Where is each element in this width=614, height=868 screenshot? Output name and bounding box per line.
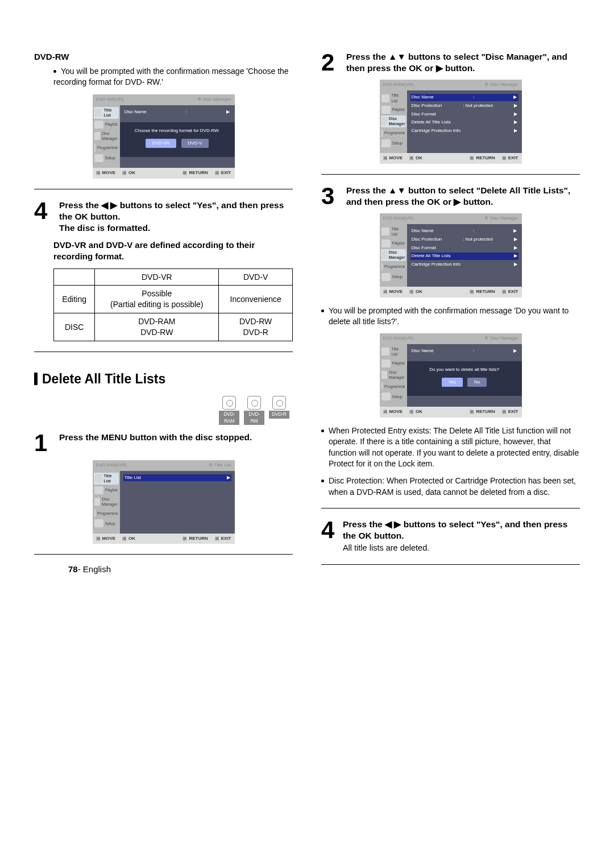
- dvd-rw-label: DVD-RW: [34, 51, 293, 63]
- screenshot-format-prompt: DVD-RW(VR) Disc Manager Title List Playl…: [93, 94, 235, 179]
- shot-head-left: DVD-RW(VR): [96, 97, 124, 103]
- screenshot-delete-all-selected: DVD-RAM(VR) Disc Manager Title List Play…: [380, 213, 522, 297]
- page-footer: 78- English: [68, 564, 111, 575]
- step-4-right: 4 Press the ◀ ▶ buttons to select "Yes",…: [321, 519, 580, 554]
- step-3: 3 Press the ▲▼ button to select "Delete …: [321, 185, 580, 208]
- confirm-bullet: You will be prompted with the confirmati…: [321, 305, 580, 328]
- separator: [321, 564, 580, 565]
- note-disc-protection: Disc Protection: When Protected or Cartr…: [321, 476, 580, 498]
- left-column: DVD-RW You will be prompted with the con…: [34, 51, 293, 575]
- yes-button[interactable]: Yes: [442, 378, 463, 387]
- dvd-rw-prompt: You will be prompted with the confirmati…: [53, 66, 293, 88]
- bullet-icon: [321, 309, 324, 312]
- separator: [34, 352, 293, 352]
- section-title-delete-all: Delete All Title Lists: [34, 370, 293, 388]
- screenshot-delete-confirm: DVD-RAM(VR) Disc Manager Title List Play…: [380, 333, 522, 418]
- separator: [321, 508, 580, 509]
- disc-icon: [222, 396, 236, 410]
- bullet-icon: [53, 70, 56, 73]
- step-1: 1 Press the MENU button with the disc st…: [34, 432, 293, 454]
- defined-text: DVD-VR and DVD-V are defined according t…: [53, 239, 293, 263]
- dvd-v-button[interactable]: DVD-V: [181, 139, 209, 148]
- note-protected-entry: When Protected Entry exists: The Delete …: [321, 425, 580, 470]
- screenshot-disc-manager: DVD-RAM(VR) Disc Manager Title List Play…: [380, 80, 522, 164]
- bullet-icon: [321, 429, 324, 432]
- dvd-vr-button[interactable]: DVD-VR: [146, 139, 177, 148]
- bullet-icon: [321, 480, 324, 482]
- separator: [34, 189, 293, 189]
- disc-icon: [272, 396, 286, 410]
- separator: [321, 174, 580, 175]
- page-number: 78: [68, 564, 78, 574]
- disc-icons: DVD-RAM DVD-RW DVD-R: [34, 396, 289, 425]
- right-column: 2 Press the ▲▼ buttons to select "Disc M…: [321, 51, 580, 575]
- step-4-left: 4 Press the ◀ ▶ buttons to select "Yes",…: [34, 200, 293, 234]
- no-button[interactable]: No: [467, 378, 487, 387]
- format-table: DVD-VRDVD-V Editing Possible (Partial ed…: [53, 268, 293, 341]
- separator: [34, 554, 293, 555]
- gear-icon: Disc Manager: [197, 97, 231, 103]
- disc-icon: [247, 396, 261, 410]
- shot-nav: Title List Playlist Disc Manager Program…: [93, 105, 120, 168]
- screenshot-title-list: DVD-RAM(VR) Title List Title List Playli…: [93, 460, 235, 544]
- step-2: 2 Press the ▲▼ buttons to select "Disc M…: [321, 51, 580, 74]
